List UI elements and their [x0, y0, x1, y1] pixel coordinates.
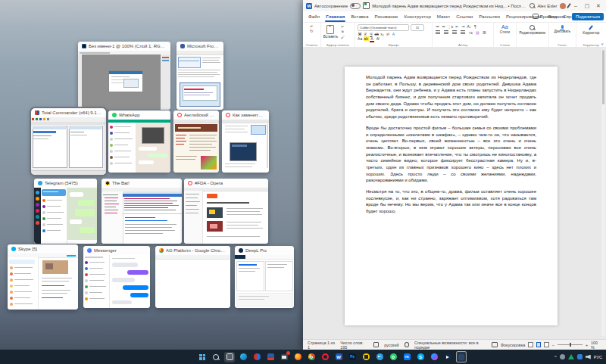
focus-button[interactable]: Фокусировка [501, 343, 525, 347]
search-icon[interactable] [529, 3, 535, 8]
highlight-button[interactable]: ab [364, 36, 369, 41]
tab-file[interactable]: Файл [305, 11, 323, 22]
read-mode-icon[interactable] [528, 342, 533, 347]
edge-icon[interactable] [238, 352, 248, 362]
tab-layout[interactable]: Макет [434, 11, 454, 22]
print-layout-icon[interactable] [536, 342, 542, 347]
total-commander-taskbar-icon[interactable] [265, 352, 276, 362]
task-thumbnail-frontpage[interactable]: Microsoft FrontPage [176, 42, 223, 110]
page-count[interactable]: Страница 1 из 1 [308, 341, 335, 350]
thebat-taskbar-icon[interactable] [361, 352, 371, 362]
multilevel-list-icon[interactable]: ⋮≡ [447, 24, 453, 29]
firefox-icon[interactable] [292, 352, 303, 362]
language-indicator[interactable]: русский [384, 343, 398, 347]
show-marks-icon[interactable]: ¶ [473, 24, 477, 29]
share-button[interactable]: Поделиться [572, 13, 604, 20]
deepl-taskbar-icon[interactable] [442, 352, 453, 362]
paste-button[interactable]: Вставить [323, 24, 338, 39]
task-thumbnail-deepl[interactable]: DeepL Pro [235, 246, 294, 308]
chrome-taskbar-icon[interactable] [306, 352, 317, 362]
vertical-scrollbar[interactable] [601, 48, 605, 336]
task-thumbnail-chrome[interactable]: AG Platform - Google Chrome [155, 246, 230, 308]
borders-icon[interactable]: ⊞ [482, 30, 486, 35]
tab-design[interactable]: Конструктор [401, 11, 434, 22]
task-thumbnail-messenger[interactable]: Messenger [83, 246, 150, 308]
task-thumbnail-opera-english[interactable]: Английский прое... [173, 110, 219, 173]
accessibility-status[interactable]: Специальные возможности: все в порядке [414, 341, 487, 350]
skype-taskbar-icon[interactable]: S [415, 352, 426, 362]
styles-button[interactable]: Аа Стили [496, 24, 514, 34]
comments-button[interactable]: Примечания ∨ [533, 14, 569, 19]
zoom-in-button[interactable]: + [586, 343, 588, 347]
zoom-level[interactable]: 100 % [591, 341, 601, 350]
line-spacing-icon[interactable]: ↕≡ [468, 30, 473, 35]
tab-mailings[interactable]: Рассылки [476, 11, 503, 22]
subscript-button[interactable]: x₂ [380, 32, 385, 36]
task-thumbnail-total-commander[interactable]: Total Commander (x64) 9.12 - Exler.ru... [31, 108, 106, 175]
editing-button[interactable]: Редактирование [519, 24, 546, 35]
minimize-button[interactable]: – [571, 0, 580, 11]
start-button[interactable] [197, 352, 208, 362]
font-size-select[interactable]: 11 [411, 24, 424, 31]
task-thumbnail-skype[interactable]: Skype [5] [8, 244, 78, 310]
change-case-button[interactable]: Аа [358, 36, 362, 41]
task-thumbnail-photoshop[interactable]: Без имени-1 @ 100% (Слой 1, RGB/8#) * [78, 42, 170, 110]
align-center-icon[interactable] [444, 30, 448, 34]
whatsapp-taskbar-icon[interactable] [388, 352, 398, 362]
task-thumbnail-telegram[interactable]: Telegram (5475) [34, 179, 97, 244]
number-list-icon[interactable]: ≕ [441, 24, 445, 29]
avatar[interactable] [560, 3, 566, 9]
messenger-taskbar-icon[interactable] [429, 352, 439, 362]
bullet-list-icon[interactable]: ≔ [435, 24, 439, 29]
hidden-icons-chevron[interactable]: ^ [554, 355, 557, 359]
telegram-taskbar-icon[interactable] [374, 352, 385, 362]
align-right-icon[interactable] [452, 30, 457, 34]
tab-home[interactable]: Главная [323, 11, 348, 22]
redo-icon[interactable]: ↻ [309, 29, 314, 33]
clear-format-button[interactable]: А̸ [375, 36, 380, 41]
copy-icon[interactable]: ⧉ [340, 30, 345, 34]
task-thumbnail-opera-article[interactable]: Как заменить сти... [222, 110, 269, 173]
task-thumbnail-opera-fda[interactable]: #FDA - Opera [184, 179, 268, 244]
language-switcher[interactable]: РУС [594, 355, 602, 359]
active-window-icon[interactable] [456, 352, 467, 362]
sort-icon[interactable]: А↓ [467, 24, 471, 29]
collapse-ribbon-icon[interactable]: ∨ [601, 42, 604, 46]
zoom-slider[interactable] [558, 344, 583, 345]
tab-insert[interactable]: Вставка [348, 11, 371, 22]
task-thumbnail-whatsapp[interactable]: WhatsApp [108, 110, 170, 173]
web-layout-icon[interactable] [544, 342, 549, 347]
editor-button[interactable]: Корректор [579, 24, 604, 35]
tab-draw[interactable]: Рисование [371, 11, 401, 22]
mail-icon[interactable] [279, 352, 289, 362]
word-taskbar-icon[interactable]: W [333, 352, 344, 362]
shading-icon[interactable]: ▨ [475, 30, 479, 35]
justify-icon[interactable] [461, 30, 465, 34]
maximize-button[interactable]: ▢ [583, 0, 592, 11]
tray-app-icon[interactable] [560, 354, 565, 359]
save-icon[interactable] [363, 2, 370, 9]
task-view-icon[interactable] [224, 352, 235, 362]
word-count[interactable]: Число слов: 195 [340, 341, 368, 350]
photoshop-taskbar-icon[interactable]: Ps [347, 352, 358, 362]
superscript-button[interactable]: x² [386, 32, 390, 36]
increase-indent-icon[interactable]: ⇥ [461, 24, 465, 29]
proofing-icon[interactable] [373, 342, 379, 347]
tab-references[interactable]: Ссылки [453, 11, 476, 22]
close-button[interactable]: ✕ [594, 0, 603, 11]
zoom-out-button[interactable]: − [552, 343, 554, 347]
tray-app-blue-icon[interactable] [577, 354, 583, 359]
taskbar-search-icon[interactable] [211, 352, 221, 362]
translator-icon[interactable] [251, 352, 262, 362]
document-page[interactable]: Молодой парень Адам возвращается перед Р… [345, 67, 558, 325]
font-color-button[interactable]: А [370, 36, 374, 42]
dictate-button[interactable]: Диктовать [551, 24, 573, 33]
google-drive-icon[interactable] [568, 354, 574, 359]
opera-taskbar-icon[interactable] [320, 352, 330, 362]
text-effects-button[interactable]: А [391, 32, 395, 36]
vk-icon[interactable]: VK [401, 352, 412, 362]
align-left-icon[interactable] [436, 30, 440, 34]
decrease-indent-icon[interactable]: ⇤ [454, 24, 459, 29]
task-thumbnail-thebat[interactable]: The Bat! [102, 179, 182, 244]
font-name-select[interactable]: Calibri (Основной текст) [358, 24, 409, 31]
